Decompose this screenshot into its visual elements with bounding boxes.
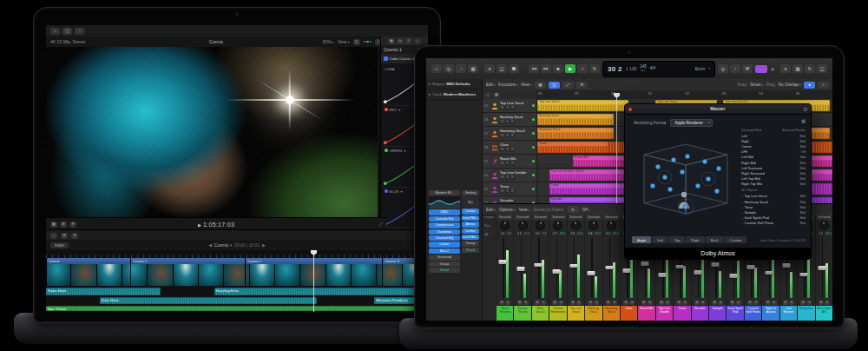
audio-fx-slot[interactable]: Channel EQ (429, 235, 460, 241)
track-m-button[interactable]: M (500, 148, 504, 151)
track-s-button[interactable]: S (505, 162, 510, 165)
channel-solo-button[interactable]: S (753, 301, 759, 305)
track-inspector-header[interactable]: ▸ Track Modern Machines (426, 89, 482, 100)
track-header[interactable]: 20Top Line DoubleMSR (483, 169, 537, 182)
channel-mute-button[interactable]: M (588, 301, 593, 305)
info-inspector-icon[interactable]: i (414, 38, 421, 44)
musician-icon[interactable]: ⚉ (509, 64, 519, 73)
pan-knob[interactable] (571, 221, 581, 230)
channel-mute-button[interactable]: M (800, 301, 806, 305)
lcd-display[interactable]: 30 2 1 135 145bpm 4/4 Emin ▾ (602, 61, 715, 77)
mixer-channel-strip[interactable]: Surround-2.2-18.3MSMoonflight Ark (815, 215, 832, 321)
fader-cap[interactable] (516, 267, 524, 271)
music-track[interactable]: Epic Theme (46, 305, 428, 312)
channel-mute-button[interactable]: M (606, 301, 611, 305)
video-track[interactable]: CosmicCosmic 2Cosmic 4Cosmic 6 (46, 258, 428, 286)
bed-channel-row[interactable]: Right Top MidMid (741, 181, 806, 186)
mixer-channel-strip[interactable]: Surround-1.0-2.6MSVocal Textures (496, 215, 513, 321)
next-project-icon[interactable]: ▶ (262, 242, 266, 248)
channel-solo-button[interactable]: S (665, 301, 670, 305)
channel-fader[interactable] (516, 237, 529, 299)
tuner-icon[interactable]: ◎ (718, 64, 728, 73)
fader-cap[interactable] (800, 273, 808, 277)
drag-menu[interactable]: No Overlap▾ (779, 83, 801, 87)
atmos-view-back-button[interactable]: Back (706, 236, 724, 243)
flex-toggle-icon[interactable]: ◫ (549, 82, 560, 89)
audio-fx-slot[interactable]: Console EQ (429, 216, 460, 222)
stop-button[interactable]: ■ (553, 64, 563, 73)
play-icon[interactable]: ▶ (198, 222, 201, 228)
add-track-icon[interactable]: + (484, 92, 491, 98)
pan-knob[interactable] (819, 221, 829, 230)
atmos-view-top-button[interactable]: Top (669, 236, 685, 243)
editors-icon[interactable]: ◫ (496, 64, 507, 73)
track-r-button[interactable]: R (510, 189, 515, 193)
channel-fader[interactable] (587, 237, 600, 299)
timeline-settings-icon[interactable]: ⚙ (71, 233, 78, 239)
channel-mute-button[interactable]: M (712, 301, 717, 305)
audio-object-dot[interactable] (650, 183, 654, 188)
audio-fx-slot[interactable]: Limiter (429, 242, 460, 247)
channel-mute-button[interactable]: M (676, 301, 681, 305)
track-r-button[interactable]: R (510, 120, 515, 123)
audio-object-dot[interactable] (714, 189, 719, 193)
add-clip-icon[interactable]: + (50, 233, 57, 239)
video-inspector-icon[interactable]: ▦ (388, 38, 395, 44)
track-m-button[interactable]: M (500, 176, 504, 179)
pan-knob[interactable] (589, 221, 598, 230)
track-header[interactable]: 17Harmony VocalMSR (483, 127, 537, 140)
track-header[interactable]: 21TenorMSR (483, 182, 537, 195)
pan-knob[interactable] (500, 221, 510, 230)
audio-track-1[interactable]: Radio StaticHaunting Echo (46, 287, 428, 296)
channel-fader[interactable] (818, 237, 831, 299)
audio-object-dot[interactable] (702, 159, 707, 163)
channel-solo-button[interactable]: S (541, 301, 546, 305)
channel-mute-button[interactable]: M (819, 301, 824, 305)
pan-knob[interactable] (607, 221, 616, 230)
channel-solo-button[interactable]: S (736, 301, 741, 305)
atmos-view-angle-button[interactable]: Angle (632, 236, 651, 243)
track-m-button[interactable]: M (500, 134, 504, 137)
track-s-button[interactable]: S (505, 134, 510, 137)
channel-mute-button[interactable]: M (659, 301, 664, 305)
automation-mode-button[interactable]: Read (429, 268, 460, 273)
fader-cap[interactable] (641, 262, 648, 266)
audio-object-dot[interactable] (716, 166, 720, 170)
snap-menu[interactable]: Smart▾ (750, 83, 763, 87)
audio-fx-slot[interactable]: Overdrive (429, 229, 460, 235)
library-icon[interactable]: ⌂ (431, 64, 442, 73)
track-header[interactable]: 16Backing VocalMSR (483, 113, 537, 126)
close-window-button[interactable] (628, 108, 632, 111)
channel-mute-button[interactable]: M (694, 301, 700, 305)
midi-region[interactable]: Choir (537, 142, 608, 153)
midi-region[interactable]: Top Line Vocal (537, 100, 628, 111)
channel-mute-button[interactable]: M (783, 301, 788, 305)
channel-solo-button[interactable]: S (772, 301, 777, 305)
renderer-dropdown[interactable]: Apple Renderer (670, 119, 713, 127)
mixer-channel-strip[interactable]: Surround-6.4-26.4MSHarmony Vocal (602, 215, 620, 321)
catch-playhead-icon[interactable]: ⤢ (562, 82, 574, 89)
note-pads-icon[interactable]: ▦ (792, 64, 803, 73)
track-s-button[interactable]: S (505, 189, 510, 193)
dolby-atmos-plugin-window[interactable]: Master ◫ Monitoring Format: Apple Render… (624, 103, 812, 260)
mixer-view-menu[interactable]: View▾ (519, 208, 530, 212)
send-slot[interactable]: Level Me... (462, 235, 479, 240)
channel-solo-button[interactable]: S (594, 301, 599, 305)
track-header[interactable]: 19Room MicMSR (483, 155, 537, 168)
browser-icon[interactable]: ◫ (817, 64, 827, 73)
channel-mute-button[interactable]: M (552, 301, 557, 305)
channel-solo-button[interactable]: S (825, 301, 830, 305)
eq-slot[interactable]: EQ (462, 196, 479, 208)
keyer-icon[interactable]: ◫ (62, 28, 72, 35)
fader-cap[interactable] (569, 264, 577, 268)
patch-name-button[interactable]: Modern M... (429, 190, 460, 195)
mixer-icon[interactable]: ≡ (484, 64, 495, 73)
midi-region[interactable]: Harmony Vocal (537, 128, 614, 139)
audio-object-dot[interactable] (655, 164, 660, 169)
track-r-button[interactable]: R (510, 106, 515, 109)
video-clip[interactable]: Cosmic 2 (130, 258, 246, 286)
track-m-button[interactable]: M (500, 189, 504, 193)
fader-cap[interactable] (499, 260, 507, 264)
object-channel-row[interactable]: ○Custom Soft PianoMid (741, 220, 806, 225)
fader-cap[interactable] (659, 273, 667, 277)
